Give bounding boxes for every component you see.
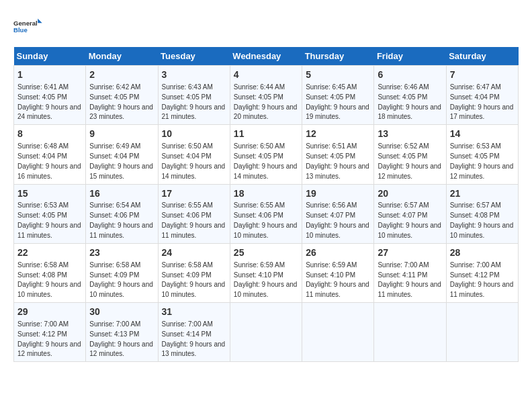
day-number: 23: [89, 246, 154, 259]
day-number: 17: [162, 187, 226, 200]
col-header-thursday: Thursday: [302, 47, 374, 66]
day-info: Sunrise: 6:57 AMSunset: 4:08 PMDaylight:…: [450, 201, 514, 239]
day-info: Sunrise: 6:55 AMSunset: 4:06 PMDaylight:…: [234, 201, 298, 239]
calendar-cell: 15Sunrise: 6:53 AMSunset: 4:05 PMDayligh…: [14, 184, 86, 243]
col-header-saturday: Saturday: [446, 47, 518, 66]
calendar-cell: 4Sunrise: 6:44 AMSunset: 4:05 PMDaylight…: [230, 66, 302, 125]
day-info: Sunrise: 6:42 AMSunset: 4:05 PMDaylight:…: [89, 83, 153, 121]
day-number: 8: [17, 128, 82, 140]
calendar-cell: 22Sunrise: 6:58 AMSunset: 4:08 PMDayligh…: [14, 243, 86, 302]
logo: General Blue: [13, 13, 46, 40]
day-number: 7: [450, 68, 515, 81]
calendar-cell: 17Sunrise: 6:55 AMSunset: 4:06 PMDayligh…: [158, 184, 230, 243]
day-info: Sunrise: 6:58 AMSunset: 4:08 PMDaylight:…: [17, 261, 81, 299]
col-header-sunday: Sunday: [14, 47, 86, 66]
day-info: Sunrise: 7:00 AMSunset: 4:14 PMDaylight:…: [162, 320, 226, 358]
day-number: 10: [162, 128, 226, 140]
calendar-cell: 13Sunrise: 6:52 AMSunset: 4:05 PMDayligh…: [374, 125, 446, 184]
svg-marker-2: [38, 19, 42, 23]
calendar-cell: 14Sunrise: 6:53 AMSunset: 4:05 PMDayligh…: [446, 125, 518, 184]
calendar-cell: 19Sunrise: 6:56 AMSunset: 4:07 PMDayligh…: [302, 184, 374, 243]
calendar-cell: 11Sunrise: 6:50 AMSunset: 4:05 PMDayligh…: [230, 125, 302, 184]
day-number: 22: [17, 246, 82, 259]
day-info: Sunrise: 7:00 AMSunset: 4:12 PMDaylight:…: [17, 320, 81, 358]
day-info: Sunrise: 6:46 AMSunset: 4:05 PMDaylight:…: [378, 83, 441, 121]
calendar-cell: 12Sunrise: 6:51 AMSunset: 4:05 PMDayligh…: [302, 125, 374, 184]
day-number: 29: [17, 306, 82, 318]
day-info: Sunrise: 6:43 AMSunset: 4:05 PMDaylight:…: [162, 83, 226, 121]
day-number: 25: [234, 246, 298, 259]
day-number: 13: [378, 128, 442, 140]
calendar-cell: 25Sunrise: 6:59 AMSunset: 4:10 PMDayligh…: [230, 243, 302, 302]
day-number: 27: [378, 246, 442, 259]
day-number: 19: [306, 187, 370, 200]
calendar-cell: 9Sunrise: 6:49 AMSunset: 4:04 PMDaylight…: [86, 125, 158, 184]
day-number: 1: [17, 68, 82, 81]
day-info: Sunrise: 6:58 AMSunset: 4:09 PMDaylight:…: [162, 261, 226, 299]
day-info: Sunrise: 6:55 AMSunset: 4:06 PMDaylight:…: [162, 201, 226, 239]
calendar-cell: 8Sunrise: 6:48 AMSunset: 4:04 PMDaylight…: [14, 125, 86, 184]
calendar-cell: 1Sunrise: 6:41 AMSunset: 4:05 PMDaylight…: [14, 66, 86, 125]
calendar-table: SundayMondayTuesdayWednesdayThursdayFrid…: [13, 47, 519, 362]
calendar-cell: 21Sunrise: 6:57 AMSunset: 4:08 PMDayligh…: [446, 184, 518, 243]
week-row-5: 29Sunrise: 7:00 AMSunset: 4:12 PMDayligh…: [14, 303, 519, 362]
calendar-cell: 30Sunrise: 7:00 AMSunset: 4:13 PMDayligh…: [86, 303, 158, 362]
calendar-cell: 29Sunrise: 7:00 AMSunset: 4:12 PMDayligh…: [14, 303, 86, 362]
calendar-cell: 10Sunrise: 6:50 AMSunset: 4:04 PMDayligh…: [158, 125, 230, 184]
calendar-cell: 18Sunrise: 6:55 AMSunset: 4:06 PMDayligh…: [230, 184, 302, 243]
day-number: 6: [378, 68, 442, 81]
calendar-cell: 3Sunrise: 6:43 AMSunset: 4:05 PMDaylight…: [158, 66, 230, 125]
calendar-cell: 26Sunrise: 6:59 AMSunset: 4:10 PMDayligh…: [302, 243, 374, 302]
day-info: Sunrise: 6:41 AMSunset: 4:05 PMDaylight:…: [17, 83, 81, 121]
day-number: 15: [17, 187, 82, 200]
day-info: Sunrise: 6:51 AMSunset: 4:05 PMDaylight:…: [306, 142, 369, 180]
day-number: 21: [450, 187, 515, 200]
day-info: Sunrise: 6:48 AMSunset: 4:04 PMDaylight:…: [17, 142, 81, 180]
week-row-2: 8Sunrise: 6:48 AMSunset: 4:04 PMDaylight…: [14, 125, 519, 184]
col-header-wednesday: Wednesday: [230, 47, 302, 66]
day-number: 9: [89, 128, 154, 140]
day-number: 20: [378, 187, 442, 200]
calendar-cell: [230, 303, 302, 362]
calendar-cell: 31Sunrise: 7:00 AMSunset: 4:14 PMDayligh…: [158, 303, 230, 362]
day-info: Sunrise: 6:59 AMSunset: 4:10 PMDaylight:…: [234, 261, 298, 299]
day-info: Sunrise: 7:00 AMSunset: 4:13 PMDaylight:…: [89, 320, 153, 358]
day-number: 24: [162, 246, 226, 259]
calendar-cell: [374, 303, 446, 362]
logo-svg: General Blue: [13, 13, 46, 40]
week-row-3: 15Sunrise: 6:53 AMSunset: 4:05 PMDayligh…: [14, 184, 519, 243]
day-number: 18: [234, 187, 298, 200]
calendar-cell: 23Sunrise: 6:58 AMSunset: 4:09 PMDayligh…: [86, 243, 158, 302]
calendar-cell: 5Sunrise: 6:45 AMSunset: 4:05 PMDaylight…: [302, 66, 374, 125]
col-header-tuesday: Tuesday: [158, 47, 230, 66]
day-info: Sunrise: 6:50 AMSunset: 4:05 PMDaylight:…: [234, 142, 298, 180]
calendar-cell: 27Sunrise: 7:00 AMSunset: 4:11 PMDayligh…: [374, 243, 446, 302]
day-number: 11: [234, 128, 298, 140]
day-number: 30: [89, 306, 154, 318]
day-number: 4: [234, 68, 298, 81]
day-number: 14: [450, 128, 515, 140]
day-number: 16: [89, 187, 154, 200]
day-number: 31: [162, 306, 226, 318]
calendar-cell: 7Sunrise: 6:47 AMSunset: 4:04 PMDaylight…: [446, 66, 518, 125]
day-info: Sunrise: 6:47 AMSunset: 4:04 PMDaylight:…: [450, 83, 514, 121]
day-info: Sunrise: 6:52 AMSunset: 4:05 PMDaylight:…: [378, 142, 441, 180]
day-number: 2: [89, 68, 154, 81]
day-info: Sunrise: 6:54 AMSunset: 4:06 PMDaylight:…: [89, 201, 153, 239]
day-info: Sunrise: 6:50 AMSunset: 4:04 PMDaylight:…: [162, 142, 226, 180]
day-number: 12: [306, 128, 370, 140]
col-header-monday: Monday: [86, 47, 158, 66]
calendar-cell: [446, 303, 518, 362]
day-info: Sunrise: 6:53 AMSunset: 4:05 PMDaylight:…: [450, 142, 514, 180]
header: General Blue: [13, 13, 519, 40]
day-info: Sunrise: 6:53 AMSunset: 4:05 PMDaylight:…: [17, 201, 81, 239]
day-number: 26: [306, 246, 370, 259]
svg-text:Blue: Blue: [13, 26, 28, 34]
calendar-cell: 2Sunrise: 6:42 AMSunset: 4:05 PMDaylight…: [86, 66, 158, 125]
day-info: Sunrise: 6:44 AMSunset: 4:05 PMDaylight:…: [234, 83, 298, 121]
header-row: SundayMondayTuesdayWednesdayThursdayFrid…: [14, 47, 519, 66]
day-info: Sunrise: 6:58 AMSunset: 4:09 PMDaylight:…: [89, 261, 153, 299]
calendar-cell: 20Sunrise: 6:57 AMSunset: 4:07 PMDayligh…: [374, 184, 446, 243]
day-info: Sunrise: 6:59 AMSunset: 4:10 PMDaylight:…: [306, 261, 369, 299]
day-number: 28: [450, 246, 515, 259]
